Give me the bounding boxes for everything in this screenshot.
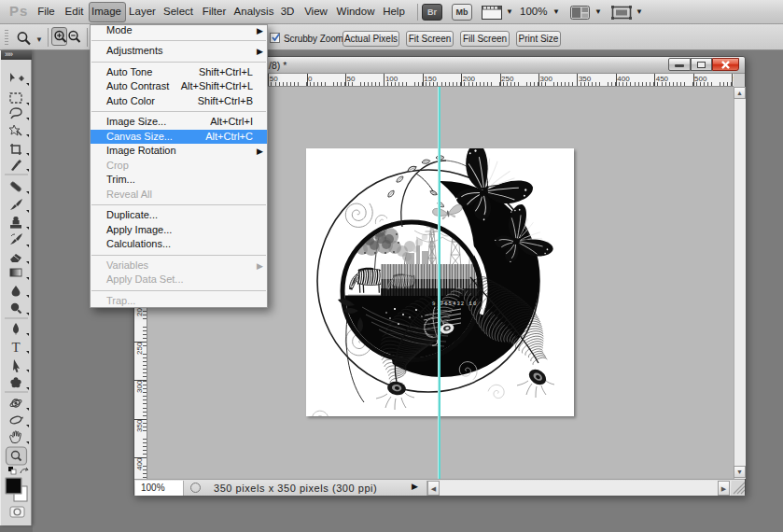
svg-text:T: T bbox=[11, 340, 20, 355]
